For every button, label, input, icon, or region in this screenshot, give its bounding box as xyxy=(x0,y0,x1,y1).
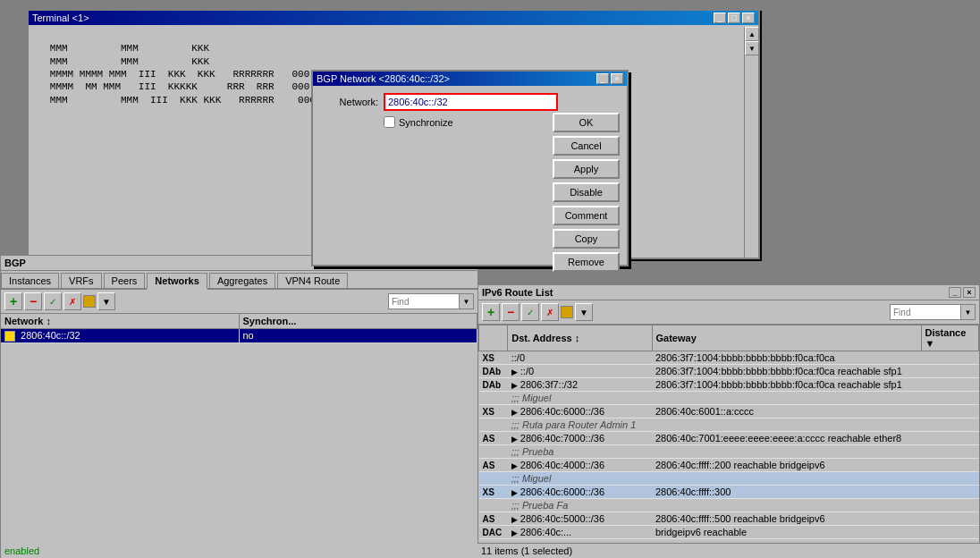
cell-dst: ▶ 2806:40c:4000::/36 xyxy=(508,459,652,472)
cross-button[interactable]: ✗ xyxy=(63,292,81,310)
table-row[interactable]: AS ▶ 2806:40c:7000::/36 2806:40c:7001:ee… xyxy=(479,432,979,445)
ipv6-add-button[interactable]: + xyxy=(482,303,500,321)
ipv6-close-btn[interactable]: × xyxy=(963,287,976,298)
disable-button[interactable]: Disable xyxy=(553,182,620,202)
terminal-maximize-btn[interactable]: □ xyxy=(728,13,740,23)
check-button[interactable]: ✓ xyxy=(44,292,62,310)
ipv6-check-button[interactable]: ✓ xyxy=(521,303,539,321)
table-row[interactable]: DAb ▶ ::/0 2806:3f7:1004:bbbb:bbbb:bbbb:… xyxy=(479,365,979,378)
cancel-button[interactable]: Cancel xyxy=(553,136,620,156)
cell-type: XS xyxy=(479,405,508,418)
bgp-find-input[interactable] xyxy=(388,293,460,309)
bgp-dialog-titlebar-buttons: _ × xyxy=(596,73,623,84)
table-row-comment[interactable]: ;;; Miguel xyxy=(479,392,979,405)
cell-comment: ;;; Miguel xyxy=(508,392,979,405)
cell-comment: ;;; Miguel xyxy=(508,472,979,486)
bgp-dialog-title: BGP Network <2806:40c::/32> xyxy=(317,73,450,84)
cell-distance xyxy=(921,526,979,539)
ipv6-filter-button[interactable]: ▼ xyxy=(575,303,593,321)
terminal-scrollbar[interactable]: ▲ ▼ xyxy=(744,27,758,258)
ipv6-cross-button[interactable]: ✗ xyxy=(541,303,559,321)
bgp-dialog-minimize-btn[interactable]: _ xyxy=(596,73,609,84)
cell-type xyxy=(479,445,508,459)
tab-networks[interactable]: Networks xyxy=(147,273,207,290)
ipv6-status-bar: 11 items (1 selected) xyxy=(477,543,980,558)
cell-gateway: 2806:3f7:1004:bbbb:bbbb:bbbb:f0ca:f0ca xyxy=(652,351,921,365)
tab-aggregates[interactable]: Aggregates xyxy=(209,273,275,288)
bgp-network-dialog: BGP Network <2806:40c::/32> _ × Network:… xyxy=(311,70,629,266)
cell-type: DAb xyxy=(479,365,508,378)
comment-button[interactable]: Comment xyxy=(553,206,620,225)
col-dst: Dst. Address ↕ xyxy=(508,326,652,351)
cell-comment: ;;; Prueba xyxy=(508,445,979,459)
ipv6-remove-button[interactable]: − xyxy=(502,303,520,321)
terminal-titlebar: Terminal <1> _ □ × xyxy=(29,11,758,25)
ok-button[interactable]: OK xyxy=(553,113,620,132)
terminal-close-btn[interactable]: × xyxy=(742,13,755,23)
yellow-square-button[interactable] xyxy=(83,295,96,308)
ipv6-panel: IPv6 Route List _ × + − ✓ ✗ ▼ ▼ Dst. Add… xyxy=(477,284,980,558)
table-row[interactable]: XS ::/0 2806:3f7:1004:bbbb:bbbb:bbbb:f0c… xyxy=(479,351,979,365)
find-dropdown[interactable]: ▼ xyxy=(460,293,474,309)
table-row[interactable]: AS ▶ 2806:40c:5000::/36 2806:40c:ffff::5… xyxy=(479,512,979,526)
table-row-comment[interactable]: ;;; Ruta para Router Admin 1 xyxy=(479,418,979,432)
ipv6-panel-buttons: _ × xyxy=(949,287,976,298)
table-row[interactable]: XS ▶ 2806:40c:6000::/36 2806:40c:ffff::3… xyxy=(479,486,979,499)
synchronize-checkbox[interactable] xyxy=(384,116,395,128)
bgp-table-content[interactable]: 2806:40c::/32 no xyxy=(1,329,477,537)
tab-instances[interactable]: Instances xyxy=(1,273,59,288)
network-input[interactable] xyxy=(384,93,558,111)
cell-gateway: 2806:40c:ffff::300 xyxy=(652,486,921,499)
apply-button[interactable]: Apply xyxy=(553,159,620,179)
cell-distance xyxy=(921,486,979,499)
tab-vrfs[interactable]: VRFs xyxy=(61,273,102,288)
remove-button[interactable]: Remove xyxy=(553,252,620,272)
cell-comment: ;;; Prueba Fa xyxy=(508,499,979,512)
tab-vpn4route[interactable]: VPN4 Route xyxy=(277,273,348,288)
ipv6-title-text: IPv6 Route List xyxy=(482,287,553,298)
cell-type xyxy=(479,499,508,512)
table-row-comment[interactable]: ;;; Prueba Fa xyxy=(479,499,979,512)
table-row[interactable]: DAb ▶ 2806:3f7::/32 2806:3f7:1004:bbbb:b… xyxy=(479,378,979,392)
bgp-dialog-body: Network: Synchronize OK Cancel Apply Dis… xyxy=(313,86,627,265)
tab-peers[interactable]: Peers xyxy=(104,273,146,288)
cell-type: AS xyxy=(479,459,508,472)
cell-dst: ▶ 2806:40c:... xyxy=(508,526,652,539)
table-row-comment[interactable]: ;;; Prueba xyxy=(479,445,979,459)
ipv6-table: Dst. Address ↕ Gateway Distance ▼ XS ::/… xyxy=(478,325,979,539)
bgp-panel: BGP Instances VRFs Peers Networks Aggreg… xyxy=(0,255,478,558)
ipv6-find-dropdown[interactable]: ▼ xyxy=(961,304,976,320)
cell-dst: ▶ 2806:3f7::/32 xyxy=(508,378,652,392)
cell-distance xyxy=(921,405,979,418)
ipv6-panel-title: IPv6 Route List _ × xyxy=(478,285,979,300)
ipv6-toolbar: + − ✓ ✗ ▼ ▼ xyxy=(478,300,979,325)
cell-comment: ;;; Ruta para Router Admin 1 xyxy=(508,418,979,432)
table-row-comment[interactable]: ;;; Miguel xyxy=(479,472,979,486)
terminal-minimize-btn[interactable]: _ xyxy=(714,13,726,23)
ipv6-minimize-btn[interactable]: _ xyxy=(949,287,961,298)
cell-type: XS xyxy=(479,351,508,365)
terminal-title: Terminal <1> xyxy=(32,13,89,23)
cell-type xyxy=(479,392,508,405)
scrollbar-up-arrow[interactable]: ▲ xyxy=(745,27,759,41)
scrollbar-down-arrow[interactable]: ▼ xyxy=(745,41,759,55)
table-row[interactable]: 2806:40c::/32 no xyxy=(1,329,477,343)
ipv6-table-wrap[interactable]: Dst. Address ↕ Gateway Distance ▼ XS ::/… xyxy=(478,325,979,546)
cell-dst: ::/0 xyxy=(508,351,652,365)
table-row[interactable]: DAC ▶ 2806:40c:... bridgeipv6 reachable xyxy=(479,526,979,539)
cell-dst: ▶ 2806:40c:6000::/36 xyxy=(508,486,652,499)
remove-button[interactable]: − xyxy=(24,292,42,310)
copy-button[interactable]: Copy xyxy=(553,229,620,249)
add-button[interactable]: + xyxy=(4,292,22,310)
table-row[interactable]: XS ▶ 2806:40c:6000::/36 2806:40c:6001::a… xyxy=(479,405,979,418)
ipv6-yellow-btn[interactable] xyxy=(561,306,573,318)
filter-button[interactable]: ▼ xyxy=(97,292,115,310)
cell-type: DAC xyxy=(479,526,508,539)
cell-dst: ▶ 2806:40c:5000::/36 xyxy=(508,512,652,526)
ipv6-find-input[interactable] xyxy=(890,304,961,320)
cell-dst: ▶ 2806:40c:6000::/36 xyxy=(508,405,652,418)
bgp-dialog-close-btn[interactable]: × xyxy=(611,73,623,84)
table-row[interactable]: AS ▶ 2806:40c:4000::/36 2806:40c:ffff::2… xyxy=(479,459,979,472)
cell-sync: no xyxy=(240,329,478,342)
col-header-sync: Synchron... xyxy=(240,314,478,328)
